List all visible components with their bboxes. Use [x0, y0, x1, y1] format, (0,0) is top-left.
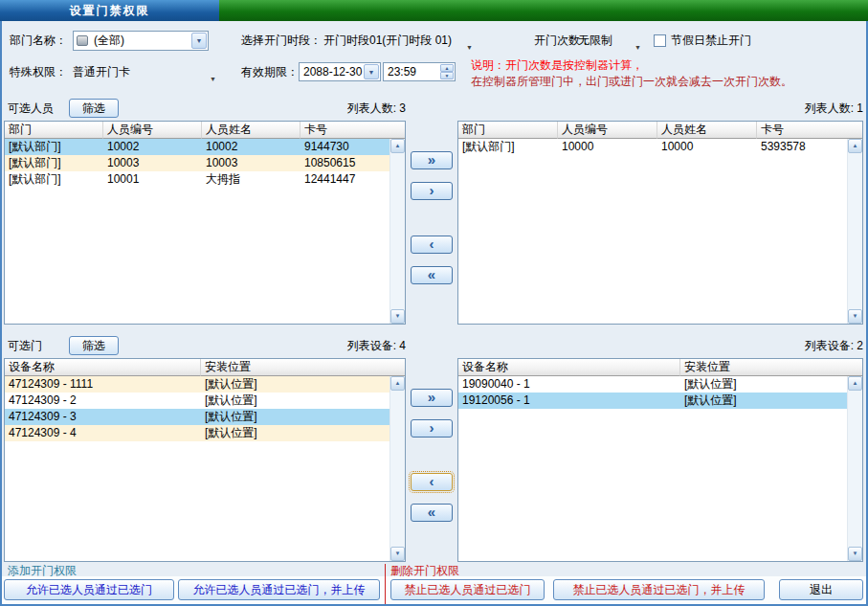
- doors-move-left-button[interactable]: ‹: [411, 473, 453, 491]
- cell-device-name: 47124309 - 1111: [5, 376, 201, 393]
- scroll-up-button[interactable]: ▲: [848, 139, 862, 153]
- persons-right-count: 列表人数: 1: [457, 99, 863, 119]
- doors-move-all-right-button[interactable]: »: [411, 389, 453, 407]
- selected-doors-table: 设备名称 安装位置 19090040 - 1 [默认位置] 19120056 -…: [457, 358, 863, 562]
- scroll-down-button[interactable]: ▼: [848, 309, 862, 324]
- vertical-scrollbar[interactable]: ▲ ▼: [389, 139, 405, 324]
- remove-permission-group-label: 删除开门权限: [390, 564, 459, 577]
- table-row[interactable]: [默认部门] 10000 10000 5393578: [458, 139, 847, 155]
- table-row[interactable]: 47124309 - 4 [默认位置]: [5, 425, 389, 441]
- note-line1: 说明：开门次数是按控制器计算，: [471, 58, 643, 73]
- column-header[interactable]: 设备名称: [458, 359, 680, 376]
- period-value: 开门时段01(开门时段 01): [323, 31, 452, 51]
- table-row[interactable]: [默认部门] 10001 大拇指 12441447: [5, 171, 389, 188]
- holiday-checkbox[interactable]: [654, 34, 666, 47]
- window-title-tab: 设置门禁权限: [0, 0, 219, 21]
- vertical-scrollbar[interactable]: ▲ ▼: [847, 139, 862, 324]
- cell-person-id: 10000: [558, 139, 657, 155]
- cell-install-location: [默认位置]: [680, 376, 847, 393]
- allow-selected-upload-button[interactable]: 允许已选人员通过已选门，并上传: [178, 579, 380, 600]
- period-label: 选择开门时段：: [241, 31, 322, 51]
- cell-person-id: 10001: [103, 171, 202, 188]
- column-header[interactable]: 卡号: [300, 122, 405, 139]
- table-row[interactable]: 19120056 - 1 [默认位置]: [458, 393, 847, 409]
- window-title: 设置门禁权限: [70, 4, 150, 17]
- period-combobox[interactable]: 开门时段01(开门时段 01) ▼: [323, 31, 473, 51]
- times-combobox[interactable]: 无限制 ▼: [578, 31, 641, 51]
- cell-device-name: 47124309 - 2: [5, 393, 201, 409]
- table-row[interactable]: 47124309 - 3 [默认位置]: [5, 409, 389, 425]
- column-header[interactable]: 安装位置: [201, 359, 405, 376]
- vertical-scrollbar[interactable]: ▲ ▼: [389, 376, 405, 561]
- table-row[interactable]: [默认部门] 10002 10002 9144730: [5, 139, 389, 155]
- holiday-checkbox-label: 节假日禁止开门: [671, 31, 751, 51]
- department-icon: [77, 35, 88, 46]
- spin-down-button[interactable]: ▼: [440, 72, 454, 79]
- deny-selected-upload-button[interactable]: 禁止已选人员通过已选门，并上传: [553, 579, 765, 600]
- column-header[interactable]: 部门: [458, 122, 558, 139]
- cell-card-number: 10850615: [300, 155, 389, 171]
- validity-date-value: 2088-12-30: [303, 63, 363, 81]
- add-permission-group-label: 添加开门权限: [8, 564, 77, 577]
- persons-move-left-button[interactable]: ‹: [411, 236, 453, 254]
- column-header[interactable]: 人员编号: [103, 122, 202, 139]
- column-header[interactable]: 安装位置: [680, 359, 862, 376]
- column-header[interactable]: 人员姓名: [202, 122, 300, 139]
- cell-device-name: 47124309 - 3: [5, 409, 201, 425]
- validity-time-spinner[interactable]: 23:59 ▲ ▼: [383, 62, 456, 81]
- scroll-up-icon: ▲: [391, 377, 404, 390]
- cell-person-name: 10000: [657, 139, 757, 155]
- doors-move-right-button[interactable]: ›: [411, 419, 453, 438]
- doors-left-count: 列表设备: 4: [4, 336, 406, 356]
- table-header-row: 设备名称 安装位置: [458, 359, 862, 376]
- validity-date-combobox[interactable]: 2088-12-30 ▼: [299, 62, 381, 81]
- doors-move-all-left-button[interactable]: «: [411, 504, 453, 522]
- validity-label: 有效期限：: [241, 62, 299, 82]
- scroll-down-icon: ▼: [391, 548, 404, 560]
- scroll-down-button[interactable]: ▼: [390, 547, 405, 561]
- table-row[interactable]: [默认部门] 10003 10003 10850615: [5, 155, 389, 171]
- allow-selected-button[interactable]: 允许已选人员通过已选门: [4, 579, 174, 600]
- scroll-up-button[interactable]: ▲: [848, 376, 862, 391]
- dropdown-button[interactable]: ▼: [191, 33, 207, 49]
- cell-install-location: [默认位置]: [201, 409, 389, 425]
- table-row[interactable]: 19090040 - 1 [默认位置]: [458, 376, 847, 393]
- spin-up-button[interactable]: ▲: [440, 64, 454, 72]
- scroll-up-button[interactable]: ▲: [390, 376, 405, 391]
- table-header-row: 设备名称 安装位置: [5, 359, 405, 376]
- cell-department: [默认部门]: [5, 155, 103, 171]
- column-header[interactable]: 人员姓名: [657, 122, 757, 139]
- scroll-up-icon: ▲: [849, 140, 861, 152]
- scroll-up-button[interactable]: ▲: [390, 139, 405, 153]
- persons-move-right-button[interactable]: ›: [411, 182, 453, 200]
- persons-move-all-left-button[interactable]: «: [411, 266, 453, 284]
- scroll-down-icon: ▼: [849, 310, 861, 323]
- column-header[interactable]: 人员编号: [558, 122, 657, 139]
- cell-department: [默认部门]: [5, 139, 103, 155]
- column-header[interactable]: 设备名称: [5, 359, 201, 376]
- chevron-down-icon: ▼: [365, 65, 378, 80]
- scroll-down-button[interactable]: ▼: [848, 547, 862, 561]
- persons-move-all-right-button[interactable]: »: [411, 151, 453, 169]
- special-combobox[interactable]: 普通开门卡 ▼: [73, 62, 216, 82]
- column-header[interactable]: 部门: [5, 122, 103, 139]
- department-combobox[interactable]: (全部) ▼: [73, 31, 209, 51]
- available-persons-table: 部门 人员编号 人员姓名 卡号 [默认部门] 10002 10002 91447…: [4, 121, 406, 325]
- exit-button[interactable]: 退出: [779, 579, 863, 600]
- column-header[interactable]: 卡号: [757, 122, 862, 139]
- chevron-down-icon: ▼: [634, 37, 641, 57]
- scroll-down-icon: ▼: [849, 548, 861, 560]
- deny-selected-button[interactable]: 禁止已选人员通过已选门: [390, 579, 545, 600]
- table-row[interactable]: 47124309 - 1111 [默认位置]: [5, 376, 389, 393]
- cell-device-name: 19120056 - 1: [458, 393, 680, 409]
- vertical-scrollbar[interactable]: ▲ ▼: [847, 376, 862, 561]
- chevron-down-icon: ▼: [466, 37, 473, 57]
- special-label: 特殊权限：: [10, 62, 67, 82]
- cell-person-name: 大拇指: [202, 171, 300, 188]
- times-value: 无限制: [578, 31, 612, 51]
- cell-install-location: [默认位置]: [680, 393, 847, 409]
- cell-device-name: 47124309 - 4: [5, 425, 201, 441]
- scroll-down-button[interactable]: ▼: [390, 309, 405, 324]
- table-row[interactable]: 47124309 - 2 [默认位置]: [5, 393, 389, 409]
- dropdown-button[interactable]: ▼: [364, 64, 379, 79]
